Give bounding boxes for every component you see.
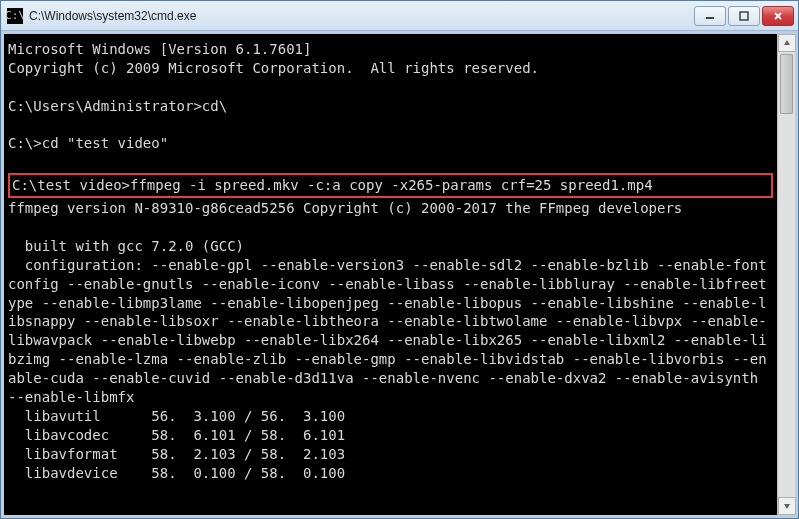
output-line: libavformat 58. 2.103 / 58. 2.103 [8, 446, 345, 462]
console-area: Microsoft Windows [Version 6.1.7601] Cop… [1, 31, 798, 518]
output-line: C:\>cd "test video" [8, 135, 168, 151]
scroll-up-arrow[interactable] [778, 34, 796, 52]
output-line: libavdevice 58. 0.100 / 58. 0.100 [8, 465, 345, 481]
svg-marker-5 [784, 504, 790, 509]
output-line: Microsoft Windows [Version 6.1.7601] [8, 41, 311, 57]
window-title: C:\Windows\system32\cmd.exe [29, 9, 692, 23]
minimize-button[interactable] [694, 6, 726, 26]
output-line: built with gcc 7.2.0 (GCC) [8, 238, 244, 254]
window-controls [692, 6, 794, 26]
console-output[interactable]: Microsoft Windows [Version 6.1.7601] Cop… [4, 34, 777, 515]
output-line: libavutil 56. 3.100 / 56. 3.100 [8, 408, 345, 424]
svg-marker-4 [784, 40, 790, 45]
scroll-thumb[interactable] [780, 54, 793, 114]
output-line: configuration: --enable-gpl --enable-ver… [8, 257, 767, 405]
output-line: Copyright (c) 2009 Microsoft Corporation… [8, 60, 539, 76]
cmd-window: C:\ C:\Windows\system32\cmd.exe Microsof… [0, 0, 799, 519]
scroll-down-arrow[interactable] [778, 497, 796, 515]
output-line: C:\Users\Administrator>cd\ [8, 98, 227, 114]
maximize-button[interactable] [728, 6, 760, 26]
svg-rect-1 [740, 12, 748, 20]
close-button[interactable] [762, 6, 794, 26]
scroll-track[interactable] [778, 52, 795, 497]
output-line: libavcodec 58. 6.101 / 58. 6.101 [8, 427, 345, 443]
vertical-scrollbar[interactable] [777, 34, 795, 515]
cmd-icon: C:\ [7, 8, 23, 24]
highlighted-command: C:\test video>ffmpeg -i spreed.mkv -c:a … [8, 173, 773, 198]
titlebar[interactable]: C:\ C:\Windows\system32\cmd.exe [1, 1, 798, 31]
output-line: ffmpeg version N-89310-g86cead5256 Copyr… [8, 200, 682, 216]
